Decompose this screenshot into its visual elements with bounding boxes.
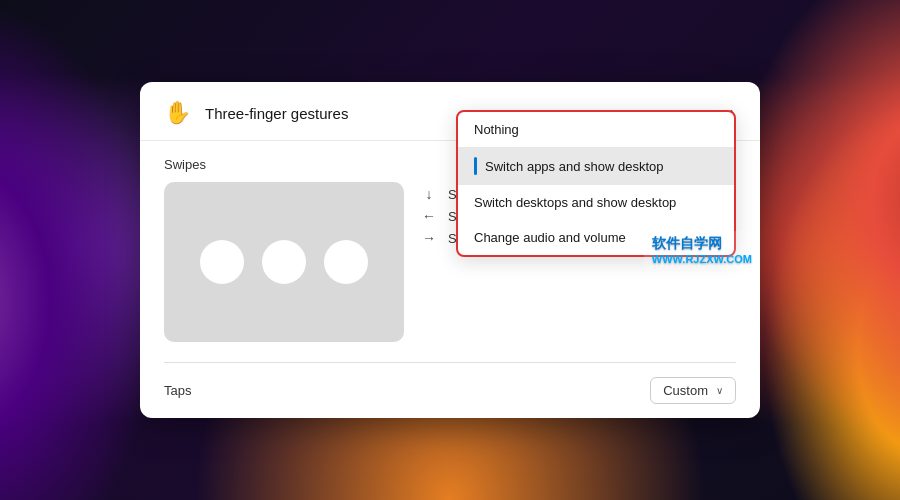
gesture-visual [164,182,404,342]
finger-dot-1 [200,240,244,284]
finger-dot-2 [262,240,306,284]
down-arrow-icon: ↓ [420,186,438,202]
dropdown-item-audio-label: Change audio and volume [474,230,626,245]
taps-dropdown[interactable]: Custom ∨ [650,377,736,404]
dropdown-item-nothing[interactable]: Nothing [458,112,734,147]
selection-indicator [474,157,477,175]
bg-swirl-left [0,0,160,500]
taps-label: Taps [164,383,191,398]
section-header-left: ✋ Three-finger gestures [164,100,348,126]
left-arrow-icon: ← [420,208,438,224]
dropdown-item-desktops-label: Switch desktops and show desktop [474,195,676,210]
settings-panel: ✋ Three-finger gestures ∧ Swipes ↓ Show … [140,82,760,418]
dropdown-item-switch-desktops[interactable]: Switch desktops and show desktop [458,185,734,220]
dropdown-item-nothing-label: Nothing [474,122,519,137]
dropdown-item-switch-label: Switch apps and show desktop [485,159,664,174]
section-title: Three-finger gestures [205,105,348,122]
swipes-dropdown-menu: Nothing Switch apps and show desktop Swi… [456,110,736,257]
taps-row: Taps Custom ∨ [140,363,760,418]
gesture-icon: ✋ [164,100,191,126]
dropdown-item-switch-apps-desktop[interactable]: Switch apps and show desktop [458,147,734,185]
right-arrow-icon: → [420,230,438,246]
taps-dropdown-value: Custom [663,383,708,398]
dropdown-item-audio[interactable]: Change audio and volume [458,220,734,255]
finger-dot-3 [324,240,368,284]
taps-dropdown-arrow-icon: ∨ [716,385,723,396]
